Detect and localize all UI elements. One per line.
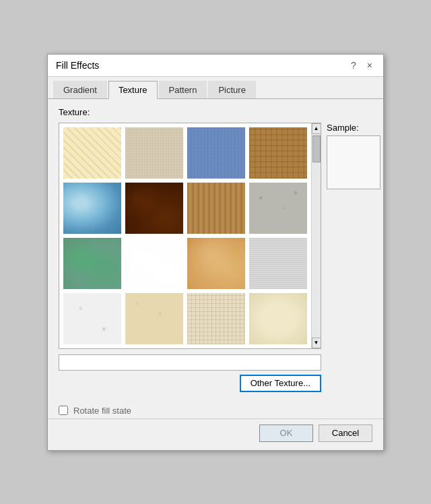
help-button[interactable]: ? [348, 60, 359, 71]
texture-preview-newsprint [249, 238, 307, 289]
texture-cell-granite[interactable] [248, 181, 308, 235]
texture-name-row [59, 354, 321, 371]
title-controls: ? × [348, 60, 375, 71]
texture-preview-crumpled [125, 183, 183, 234]
texture-cell-canvas[interactable] [186, 292, 246, 346]
texture-preview-water [63, 183, 121, 234]
texture-cell-green-marble[interactable] [62, 237, 123, 290]
scroll-thumb[interactable] [312, 135, 321, 162]
texture-preview-granite [249, 183, 307, 234]
texture-cell-white-marble[interactable] [124, 237, 185, 290]
close-button[interactable]: × [364, 60, 375, 71]
texture-main-area: ▲ ▼ Other Texture... Sample: [59, 123, 372, 392]
texture-preview-blue-tissue [187, 127, 245, 179]
sample-panel: Sample: [321, 123, 380, 392]
scrollbar[interactable]: ▲ ▼ [311, 123, 321, 348]
other-texture-button[interactable]: Other Texture... [240, 375, 321, 392]
cancel-button[interactable]: Cancel [319, 424, 372, 442]
texture-preview-burlap [249, 127, 307, 179]
scroll-down-arrow[interactable]: ▼ [312, 338, 321, 348]
bottom-area: Rotate fill state [48, 400, 383, 418]
texture-cell-wood[interactable] [186, 181, 246, 235]
sample-box [327, 135, 380, 189]
texture-preview-paper [63, 127, 121, 179]
fill-effects-dialog: Fill Effects ? × Gradient Texture Patter… [47, 54, 384, 451]
texture-preview-brown-marble [187, 238, 245, 289]
texture-cell-recycled[interactable] [62, 292, 123, 346]
tab-picture[interactable]: Picture [208, 81, 255, 98]
texture-preview-sand [125, 293, 183, 344]
tab-gradient[interactable]: Gradient [53, 81, 107, 98]
title-bar: Fill Effects ? × [48, 55, 383, 77]
texture-grid [59, 123, 311, 348]
texture-preview-green-marble [63, 238, 121, 289]
dialog-title: Fill Effects [56, 60, 99, 71]
texture-grid-container: ▲ ▼ Other Texture... [59, 123, 321, 392]
texture-preview-recycled [63, 293, 121, 344]
texture-cell-burlap[interactable] [248, 126, 308, 180]
ok-button[interactable]: OK [259, 424, 313, 442]
dialog-body: Texture: ▲ ▼ [48, 99, 383, 400]
texture-cell-brown-marble[interactable] [186, 237, 246, 290]
texture-preview-white-marble [125, 238, 183, 289]
texture-cell-sand[interactable] [124, 292, 185, 346]
texture-preview-canvas [187, 293, 245, 344]
texture-cell-linen[interactable] [124, 126, 185, 180]
texture-preview-linen [125, 127, 183, 179]
texture-preview-parchment [249, 293, 307, 344]
texture-cell-paper[interactable] [62, 126, 123, 180]
tab-pattern[interactable]: Pattern [159, 81, 207, 98]
tab-bar: Gradient Texture Pattern Picture [48, 77, 383, 99]
dialog-footer: OK Cancel [48, 418, 383, 450]
tab-texture[interactable]: Texture [108, 81, 158, 99]
texture-name-input[interactable] [59, 354, 321, 371]
texture-cell-parchment[interactable] [248, 292, 308, 346]
other-texture-row: Other Texture... [59, 375, 321, 392]
texture-cell-blue-tissue[interactable] [186, 126, 246, 180]
rotate-fill-checkbox[interactable] [59, 406, 68, 415]
rotate-fill-label: Rotate fill state [73, 406, 131, 416]
texture-cell-water[interactable] [62, 181, 123, 235]
texture-section-label: Texture: [59, 107, 372, 117]
grid-scroll-area: ▲ ▼ [59, 123, 321, 348]
texture-cell-newsprint[interactable] [248, 237, 308, 290]
scroll-up-arrow[interactable]: ▲ [312, 123, 321, 134]
sample-label: Sample: [327, 123, 359, 133]
texture-preview-wood [187, 183, 245, 234]
texture-grid-wrapper: ▲ ▼ [59, 123, 321, 349]
texture-cell-crumpled[interactable] [124, 181, 185, 235]
